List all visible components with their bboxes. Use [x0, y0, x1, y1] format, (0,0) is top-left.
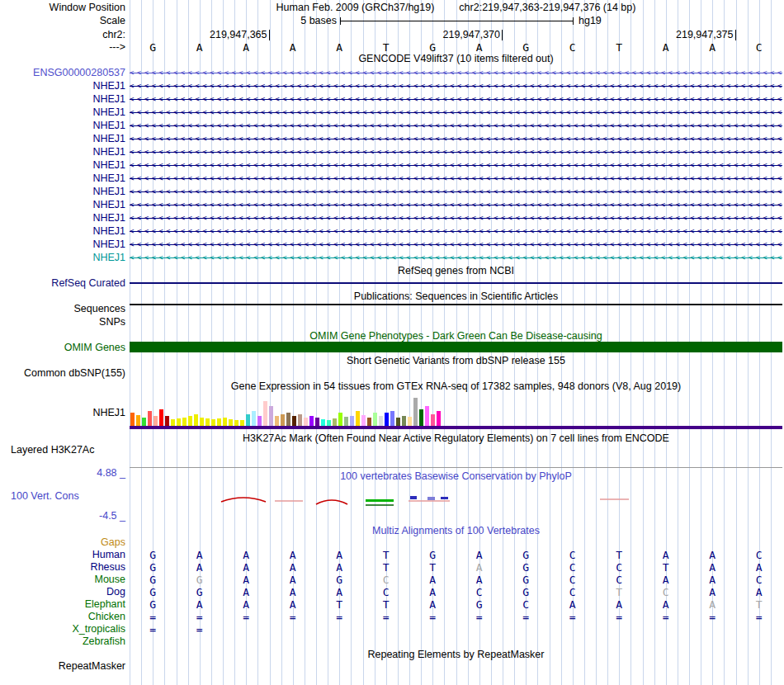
gene-row[interactable]: <<<<<<<<<<<<<<<<<<<<<<<<<<<<<<<<<<<<<<<<… [130, 172, 782, 185]
gtex-tissue-bar[interactable] [408, 417, 412, 426]
alignment-row[interactable]: == [130, 623, 782, 635]
gtex-tissue-bar[interactable] [327, 420, 331, 426]
gtex-tissue-bar[interactable] [165, 416, 169, 426]
gene-row[interactable]: <<<<<<<<<<<<<<<<<<<<<<<<<<<<<<<<<<<<<<<<… [130, 158, 782, 172]
gtex-tissue-bar[interactable] [385, 413, 389, 426]
gtex-tissue-bar[interactable] [350, 416, 354, 426]
gene-label[interactable]: NHEJ1 [92, 80, 125, 92]
track-label-snps[interactable]: SNPs [99, 316, 125, 328]
gtex-tissue-bar[interactable] [148, 411, 152, 426]
gene-label[interactable]: NHEJ1 [92, 186, 125, 197]
gtex-tissue-bar[interactable] [373, 413, 377, 426]
gene-label[interactable]: NHEJ1 [92, 199, 125, 210]
gene-row[interactable]: <<<<<<<<<<<<<<<<<<<<<<<<<<<<<<<<<<<<<<<<… [130, 132, 782, 145]
gtex-tissue-bar[interactable] [223, 418, 227, 426]
gene-label[interactable]: NHEJ1 [92, 239, 125, 250]
species-label[interactable]: Elephant [85, 598, 125, 610]
gtex-tissue-bar[interactable] [171, 419, 175, 426]
gene-row[interactable]: <<<<<<<<<<<<<<<<<<<<<<<<<<<<<<<<<<<<<<<<… [130, 224, 782, 238]
gene-row[interactable]: <<<<<<<<<<<<<<<<<<<<<<<<<<<<<<<<<<<<<<<<… [130, 198, 782, 211]
gtex-tissue-bar[interactable] [298, 414, 302, 426]
gtex-gene-model-bar[interactable] [130, 426, 782, 429]
species-label[interactable]: Dog [106, 586, 125, 598]
track-label-common-dbsnp[interactable]: Common dbSNP(155) [24, 367, 125, 379]
gtex-tissue-bar[interactable] [379, 416, 383, 426]
gtex-tissue-bar[interactable] [344, 417, 348, 426]
species-label[interactable]: Gaps [101, 536, 125, 548]
gtex-tissue-bar[interactable] [304, 418, 308, 426]
gtex-tissue-bar[interactable] [321, 419, 325, 426]
gtex-tissue-bar[interactable] [425, 406, 429, 426]
gtex-tissue-bar[interactable] [200, 418, 204, 426]
gene-row[interactable]: <<<<<<<<<<<<<<<<<<<<<<<<<<<<<<<<<<<<<<<<… [130, 119, 782, 132]
gtex-tissue-bar[interactable] [130, 413, 135, 426]
gtex-tissue-bar[interactable] [188, 416, 192, 426]
gtex-tissue-bar[interactable] [194, 414, 198, 426]
gene-row[interactable]: <<<<<<<<<<<<<<<<<<<<<<<<<<<<<<<<<<<<<<<<… [130, 211, 782, 224]
gtex-tissue-bar[interactable] [292, 416, 296, 426]
track-label-repeatmasker[interactable]: RepeatMasker [59, 660, 125, 672]
gtex-tissue-bar[interactable] [419, 409, 423, 426]
species-label[interactable]: Zebrafish [83, 635, 125, 647]
gene-row[interactable]: <<<<<<<<<<<<<<<<<<<<<<<<<<<<<<<<<<<<<<<<… [130, 79, 782, 92]
gtex-tissue-bar[interactable] [246, 414, 250, 426]
gene-label[interactable]: NHEJ1 [92, 93, 125, 105]
gene-label[interactable]: NHEJ1 [92, 146, 125, 158]
gene-row[interactable]: <<<<<<<<<<<<<<<<<<<<<<<<<<<<<<<<<<<<<<<<… [130, 92, 782, 106]
alignment-row[interactable] [130, 635, 782, 648]
coordinate-ruler[interactable]: 219,947,365219,947,370219,947,375 [130, 29, 782, 41]
gene-label[interactable]: NHEJ1 [92, 172, 125, 184]
alignment-row[interactable]: GAAAATTAGCCTAA [130, 561, 782, 574]
gtex-tissue-bar[interactable] [257, 416, 262, 426]
gtex-tissue-bar[interactable] [182, 418, 187, 426]
gtex-tissue-bar[interactable] [367, 418, 371, 426]
alignment-row[interactable] [130, 536, 782, 549]
track-label-phylop[interactable]: 100 Vert. Cons [11, 490, 79, 502]
refseq-curated-bar[interactable] [130, 282, 782, 284]
gene-label[interactable]: NHEJ1 [92, 106, 125, 118]
gtex-tissue-bar[interactable] [390, 411, 394, 426]
gtex-tissue-bar[interactable] [333, 418, 337, 426]
gene-label[interactable]: NHEJ1 [92, 120, 125, 131]
alignment-row[interactable]: GAAAATGAGCTAAC [130, 549, 782, 561]
alignment-row[interactable]: GGAAACACGCTCAA [130, 586, 782, 598]
alignment-row[interactable]: GAAATTAGCAAAAT [130, 598, 782, 611]
gtex-tissue-bar[interactable] [153, 416, 158, 426]
gtex-tissue-bar[interactable] [431, 414, 435, 426]
gtex-tissue-bar[interactable] [229, 419, 233, 426]
omim-genes-bar[interactable] [130, 342, 782, 352]
gtex-tissue-bar[interactable] [281, 414, 285, 426]
gtex-tissue-bar[interactable] [361, 415, 366, 426]
gene-row[interactable]: <<<<<<<<<<<<<<<<<<<<<<<<<<<<<<<<<<<<<<<<… [130, 238, 782, 251]
gtex-tissue-bar[interactable] [234, 420, 239, 426]
gene-label[interactable]: ENSG00000280537 [33, 67, 125, 78]
gene-row[interactable]: <<<<<<<<<<<<<<<<<<<<<<<<<<<<<<<<<<<<<<<<… [130, 185, 782, 198]
gtex-tissue-bar[interactable] [413, 398, 418, 426]
gtex-tissue-bar[interactable] [396, 418, 400, 426]
gene-label[interactable]: NHEJ1 [92, 133, 125, 144]
species-label[interactable]: Rhesus [91, 561, 125, 573]
gtex-tissue-bar[interactable] [142, 418, 146, 426]
gene-row[interactable]: <<<<<<<<<<<<<<<<<<<<<<<<<<<<<<<<<<<<<<<<… [130, 145, 782, 158]
gtex-tissue-bar[interactable] [356, 411, 360, 426]
gtex-tissue-bar[interactable] [275, 416, 279, 426]
sequences-bar[interactable] [130, 304, 782, 305]
gtex-tissue-bar[interactable] [205, 418, 210, 426]
gene-row[interactable]: <<<<<<<<<<<<<<<<<<<<<<<<<<<<<<<<<<<<<<<<… [130, 66, 782, 79]
gtex-tissue-bar[interactable] [402, 416, 406, 426]
gtex-tissue-bar[interactable] [211, 419, 215, 426]
track-label-h3k27ac[interactable]: Layered H3K27Ac [11, 444, 94, 456]
track-label-refseq-curated[interactable]: RefSeq Curated [51, 277, 125, 289]
gtex-tissue-bar[interactable] [437, 411, 441, 426]
gene-label[interactable]: NHEJ1 [92, 225, 125, 237]
base-position-ruler[interactable]: GAAAATGAGCTAAC [130, 41, 782, 54]
gene-label[interactable]: NHEJ1 [92, 159, 125, 171]
gtex-tissue-bar[interactable] [252, 411, 256, 426]
track-label-gtex-gene[interactable]: NHEJ1 [92, 407, 125, 418]
species-label[interactable]: Mouse [94, 574, 125, 585]
gene-row[interactable]: <<<<<<<<<<<<<<<<<<<<<<<<<<<<<<<<<<<<<<<<… [130, 106, 782, 119]
species-label[interactable]: Chicken [88, 611, 125, 622]
species-label[interactable]: Human [92, 549, 125, 560]
gtex-tissue-bar[interactable] [240, 420, 244, 426]
phylop-wiggle-plot[interactable] [130, 470, 782, 524]
